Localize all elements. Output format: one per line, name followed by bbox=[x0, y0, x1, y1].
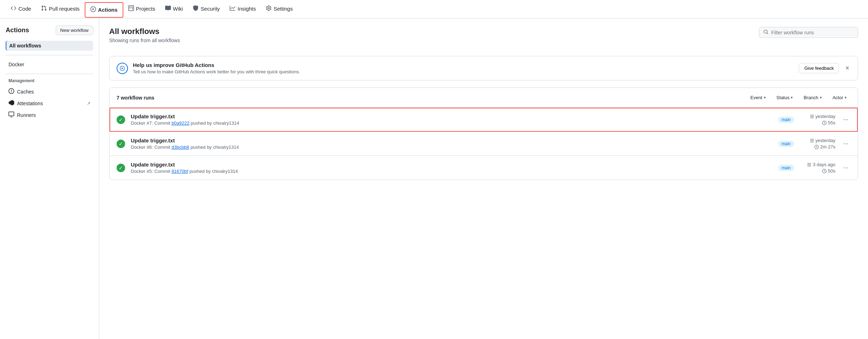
run-branch-badge: main bbox=[778, 141, 794, 147]
sidebar-item-docker[interactable]: Docker bbox=[6, 60, 93, 69]
run-info: Update trigger.txt Docker #5: Commit 816… bbox=[131, 162, 772, 174]
run-status-success-icon: ✓ bbox=[117, 115, 125, 124]
run-info: Update trigger.txt Docker #6: Commit d3b… bbox=[131, 137, 772, 150]
feedback-description: Tell us how to make GitHub Actions work … bbox=[133, 69, 794, 74]
nav-pull-requests-label: Pull requests bbox=[49, 6, 80, 12]
run-time-text: yesterday bbox=[816, 114, 835, 119]
nav-wiki-label: Wiki bbox=[173, 6, 183, 12]
nav-settings[interactable]: Settings bbox=[261, 0, 298, 18]
projects-icon bbox=[128, 5, 134, 12]
nav-projects-label: Projects bbox=[136, 6, 155, 12]
commit-link[interactable]: 81670bf bbox=[172, 169, 188, 174]
run-time-text: yesterday bbox=[816, 138, 835, 143]
run-time: 3 days ago bbox=[807, 162, 835, 167]
branch-filter-label: Branch bbox=[803, 95, 818, 100]
main-content: All workflows Showing runs from all work… bbox=[99, 18, 868, 339]
event-chevron-icon: ▾ bbox=[764, 95, 766, 100]
search-bar bbox=[759, 27, 858, 38]
search-icon bbox=[763, 29, 768, 35]
attestations-external-link-icon: ↗ bbox=[87, 101, 90, 106]
run-name[interactable]: Update trigger.txt bbox=[131, 137, 772, 143]
nav-settings-label: Settings bbox=[274, 6, 293, 12]
page-subtitle: Showing runs from all workflows bbox=[109, 38, 180, 43]
branch-chevron-icon: ▾ bbox=[820, 95, 822, 100]
run-duration-text: 55s bbox=[828, 120, 835, 125]
feedback-banner-close-button[interactable]: × bbox=[844, 64, 851, 72]
new-workflow-button[interactable]: New workflow bbox=[56, 26, 93, 35]
settings-icon bbox=[266, 5, 271, 12]
sidebar-item-all-workflows[interactable]: All workflows bbox=[6, 41, 93, 51]
status-filter-button[interactable]: Status ▾ bbox=[773, 93, 797, 102]
sidebar-divider-1 bbox=[6, 55, 93, 55]
feedback-text: Help us improve GitHub Actions Tell us h… bbox=[133, 62, 794, 74]
code-icon bbox=[11, 5, 16, 12]
sidebar-item-attestations-label: Attestations bbox=[17, 101, 43, 106]
run-meta: 3 days ago 50s bbox=[800, 162, 835, 174]
run-more-button[interactable]: ··· bbox=[841, 139, 851, 149]
pull-request-icon bbox=[41, 5, 47, 12]
run-time-text: 3 days ago bbox=[813, 162, 835, 167]
run-status-success-icon: ✓ bbox=[117, 164, 125, 172]
attestations-icon bbox=[9, 100, 14, 107]
sidebar-item-runners[interactable]: Runners bbox=[6, 109, 93, 120]
run-more-button[interactable]: ··· bbox=[841, 114, 851, 125]
run-meta: yesterday 55s bbox=[800, 114, 835, 125]
search-input[interactable] bbox=[771, 30, 853, 35]
table-row: ✓ Update trigger.txt Docker #5: Commit 8… bbox=[110, 156, 858, 180]
nav-code[interactable]: Code bbox=[6, 0, 36, 18]
status-filter-label: Status bbox=[777, 95, 790, 100]
nav-pull-requests[interactable]: Pull requests bbox=[36, 0, 85, 18]
sidebar-divider-2 bbox=[6, 74, 93, 74]
commit-link[interactable]: d3bcbb8 bbox=[172, 145, 189, 150]
top-nav: Code Pull requests Actions Projects Wiki… bbox=[0, 0, 868, 18]
run-duration: 50s bbox=[822, 168, 835, 174]
run-name[interactable]: Update trigger.txt bbox=[131, 162, 772, 168]
runs-header: 7 workflow runs Event ▾ Status ▾ Branch … bbox=[110, 88, 858, 108]
event-filter-label: Event bbox=[750, 95, 762, 100]
page-title: All workflows bbox=[109, 27, 180, 36]
wiki-icon bbox=[165, 5, 171, 12]
run-duration: 2m 27s bbox=[814, 144, 835, 149]
sidebar-item-caches-label: Caches bbox=[17, 89, 34, 95]
nav-security-label: Security bbox=[201, 6, 220, 12]
runs-filters: Event ▾ Status ▾ Branch ▾ Actor ▾ bbox=[746, 93, 851, 102]
nav-actions-label: Actions bbox=[98, 7, 118, 13]
sidebar-item-caches[interactable]: Caches bbox=[6, 86, 93, 97]
run-name[interactable]: Update trigger.txt bbox=[131, 113, 772, 119]
commit-link[interactable]: b0a9222 bbox=[172, 120, 190, 126]
runs-container: 7 workflow runs Event ▾ Status ▾ Branch … bbox=[109, 87, 858, 180]
actor-filter-button[interactable]: Actor ▾ bbox=[829, 93, 851, 102]
sidebar-item-runners-label: Runners bbox=[17, 112, 36, 118]
nav-code-label: Code bbox=[18, 6, 31, 12]
nav-wiki[interactable]: Wiki bbox=[160, 0, 188, 18]
run-details: Docker #7: Commit b0a9222 pushed by chiv… bbox=[131, 120, 772, 126]
table-row: ✓ Update trigger.txt Docker #6: Commit d… bbox=[110, 132, 858, 156]
run-branch-badge: main bbox=[778, 117, 794, 123]
management-section-title: Management bbox=[6, 78, 93, 83]
nav-projects[interactable]: Projects bbox=[123, 0, 160, 18]
run-duration: 55s bbox=[822, 120, 835, 125]
feedback-title: Help us improve GitHub Actions bbox=[133, 62, 794, 68]
page-layout: Actions New workflow All workflows Docke… bbox=[0, 18, 868, 339]
nav-actions[interactable]: Actions bbox=[85, 2, 123, 18]
run-status-success-icon: ✓ bbox=[117, 140, 125, 148]
status-chevron-icon: ▾ bbox=[791, 95, 793, 100]
event-filter-button[interactable]: Event ▾ bbox=[746, 93, 769, 102]
caches-icon bbox=[9, 88, 14, 95]
run-more-button[interactable]: ··· bbox=[841, 163, 851, 173]
run-details: Docker #5: Commit 81670bf pushed by chiv… bbox=[131, 169, 772, 174]
sidebar-item-attestations[interactable]: Attestations ↗ bbox=[6, 98, 93, 109]
run-duration-text: 2m 27s bbox=[820, 144, 835, 149]
nav-insights[interactable]: Insights bbox=[225, 0, 261, 18]
branch-filter-button[interactable]: Branch ▾ bbox=[800, 93, 825, 102]
feedback-banner-icon bbox=[117, 63, 128, 74]
nav-security[interactable]: Security bbox=[188, 0, 225, 18]
run-details: Docker #6: Commit d3bcbb8 pushed by chiv… bbox=[131, 145, 772, 150]
give-feedback-button[interactable]: Give feedback bbox=[799, 63, 839, 73]
runners-icon bbox=[9, 112, 14, 118]
actor-chevron-icon: ▾ bbox=[845, 95, 847, 100]
run-duration-text: 50s bbox=[828, 168, 835, 174]
table-row: ✓ Update trigger.txt Docker #7: Commit b… bbox=[110, 108, 858, 132]
feedback-banner: Help us improve GitHub Actions Tell us h… bbox=[109, 56, 858, 80]
actor-filter-label: Actor bbox=[833, 95, 843, 100]
